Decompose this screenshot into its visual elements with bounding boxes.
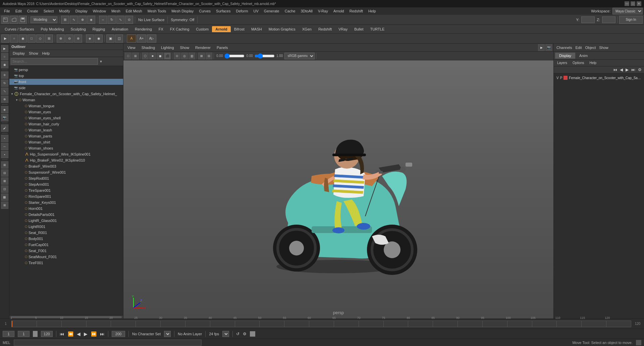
scale-tool[interactable]: ⤡ xyxy=(1,88,8,95)
tab-xgen[interactable]: XGen xyxy=(299,26,315,32)
timeline-track[interactable]: 1 5 10 15 20 25 30 35 40 xyxy=(11,321,631,327)
workspace-dropdown[interactable]: Maya Classic xyxy=(612,8,643,14)
rp-nav-next[interactable]: ▶ xyxy=(625,67,630,72)
transform-btn4[interactable]: ⊙ xyxy=(125,16,133,24)
vp-xray-btn[interactable]: ⊙ xyxy=(174,53,180,59)
tab-vray[interactable]: VRay xyxy=(335,26,351,32)
select-hierarchy[interactable]: ⊞ xyxy=(45,35,53,43)
universal-tool[interactable]: ⊕ xyxy=(1,96,8,103)
fps-dropdown[interactable]: ▼ xyxy=(222,331,229,337)
lasso-select[interactable]: ○ xyxy=(10,35,18,43)
outliner-menu-show[interactable]: Show xyxy=(27,51,40,56)
expand-arrow-woman[interactable]: ▼ xyxy=(15,99,18,102)
tab-animation[interactable]: Animation xyxy=(108,26,131,32)
color-space-dropdown[interactable]: sRGB gamma xyxy=(284,53,315,59)
tab-rigging[interactable]: Rigging xyxy=(89,26,108,32)
frame-start-input[interactable] xyxy=(3,331,14,337)
outliner-menu-help[interactable]: Help xyxy=(40,51,52,56)
tree-item-woman-tongue[interactable]: ⬡ Woman_tongue xyxy=(9,103,123,109)
vp-single-pane[interactable]: □ xyxy=(125,53,131,59)
play-first-button[interactable]: ⏮ xyxy=(60,331,64,337)
menu-select[interactable]: Select xyxy=(41,8,57,14)
quick-select[interactable]: □ xyxy=(28,35,36,43)
rp-subtab-options[interactable]: Options xyxy=(571,60,586,65)
play-back-button[interactable]: ◀ xyxy=(77,331,80,337)
status-icon[interactable] xyxy=(636,340,641,345)
outliner-search-input[interactable] xyxy=(11,58,98,65)
vp-resolution-btn[interactable]: ⊟ xyxy=(206,53,212,59)
maximize-button[interactable]: □ xyxy=(631,1,635,6)
playback-settings-button[interactable]: ⚙ xyxy=(243,332,247,336)
tree-item-brakef-wire[interactable]: ⬡ BrakeF_Wire003 xyxy=(9,163,123,169)
vp-wire-mode[interactable]: ⬡ xyxy=(142,53,149,59)
vertex-lt[interactable]: • xyxy=(1,135,8,142)
vp-ao-btn[interactable]: ◎ xyxy=(181,53,188,59)
vp-snapshot-btn[interactable]: 📷 xyxy=(545,44,552,51)
menu-help[interactable]: Help xyxy=(366,8,379,14)
rp-subtab-layers[interactable]: Layers xyxy=(555,60,569,65)
tree-item-starter-keys[interactable]: ⬡ Starter_Keys001 xyxy=(9,199,123,206)
tab-fx[interactable]: FX xyxy=(155,26,167,32)
tab-sculpting[interactable]: Sculpting xyxy=(67,26,89,32)
tab-bifrost[interactable]: Bifrost xyxy=(231,26,248,32)
vp-solid-mode[interactable]: ■ xyxy=(149,53,156,59)
tree-item-hip-susp[interactable]: Hip_SuspensionF_Wire_IKSpline001 xyxy=(9,151,123,157)
menu-mesh[interactable]: Mesh xyxy=(109,8,123,14)
loop-button[interactable]: ↺ xyxy=(236,332,239,336)
viewport-menu-show[interactable]: Show xyxy=(177,45,192,50)
snap-curve-button[interactable]: ∿ xyxy=(70,16,78,24)
rp-nav-prev[interactable]: ◀ xyxy=(619,67,624,72)
menu-edit-mesh[interactable]: Edit Mesh xyxy=(123,8,145,14)
tree-item-woman-hair[interactable]: ⬡ Woman_hair_curly xyxy=(9,121,123,127)
tab-fx-caching[interactable]: FX Caching xyxy=(167,26,193,32)
menu-curves[interactable]: Curves xyxy=(196,8,213,14)
tool-btn3[interactable]: ▣ xyxy=(106,35,114,43)
menu-arnold[interactable]: Arnold xyxy=(331,8,347,14)
rp-show[interactable]: Show xyxy=(599,46,608,50)
tree-item-female-char-group[interactable]: ▼ Female_Character_on_Scooter_with_Cap_S… xyxy=(9,91,123,97)
menu-modify[interactable]: Modify xyxy=(56,8,72,14)
lt-btn5[interactable]: ▦ xyxy=(1,193,8,201)
play-next-button[interactable]: ⏩ xyxy=(91,331,97,337)
tree-item-persp[interactable]: 📷 persp xyxy=(9,67,123,73)
viewport-menu-panels[interactable]: Panels xyxy=(214,45,231,50)
show-hide-lt[interactable]: ◈ xyxy=(1,106,8,113)
menu-edit[interactable]: Edit xyxy=(13,8,24,14)
menu-file[interactable]: File xyxy=(1,8,13,14)
menu-redshift[interactable]: Redshift xyxy=(347,8,366,14)
tab-turtle[interactable]: TURTLE xyxy=(367,26,388,32)
vp-multi-pane[interactable]: ⊞ xyxy=(132,53,139,59)
tree-item-woman-eyes[interactable]: ⬡ Woman_eyes xyxy=(9,109,123,115)
paint-select[interactable]: ◉ xyxy=(19,35,27,43)
rp-nav-first[interactable]: ⏮ xyxy=(612,67,618,72)
vp-render-btn[interactable]: ▶ xyxy=(538,44,545,51)
expand-arrow-female[interactable]: ▼ xyxy=(11,93,13,96)
close-button[interactable]: ✕ xyxy=(637,1,641,6)
y-input[interactable] xyxy=(581,16,595,23)
snap-grid-button[interactable]: ⊞ xyxy=(61,16,69,24)
paint-lt[interactable]: 🖌 xyxy=(1,124,8,132)
tab-motion-graphics[interactable]: Motion Graphics xyxy=(265,26,299,32)
tree-item-suspf-wire[interactable]: ⬡ SuspensionF_Wire001 xyxy=(9,169,123,175)
arnold-btn2[interactable]: A+ xyxy=(137,35,146,43)
tab-poly-modeling[interactable]: Poly Modeling xyxy=(37,26,67,32)
mesh-op2[interactable]: ⊖ xyxy=(65,35,73,43)
menu-vray[interactable]: V-Ray xyxy=(315,8,331,14)
menu-3dtoall[interactable]: 3DtoAll xyxy=(298,8,315,14)
tree-item-lightR[interactable]: ⬡ LightR001 xyxy=(9,224,123,230)
new-scene-button[interactable] xyxy=(1,16,9,24)
tree-item-rimspare[interactable]: ⬡ RimSpare001 xyxy=(9,193,123,199)
tree-item-hip-brake[interactable]: Hip_BrakeF_Wire02_IKSpline010 xyxy=(9,157,123,163)
edge-lt[interactable]: ─ xyxy=(1,143,8,150)
save-scene-button[interactable] xyxy=(19,16,27,24)
viewport-menu-renderer[interactable]: Renderer xyxy=(193,45,213,50)
menu-deform[interactable]: Deform xyxy=(233,8,251,14)
tree-item-tirespare[interactable]: ⬡ TireSpare001 xyxy=(9,187,123,193)
current-frame-indicator[interactable] xyxy=(12,321,12,327)
gamma-slider[interactable] xyxy=(255,54,275,58)
mode-dropdown[interactable]: Modeling xyxy=(31,16,57,23)
transform-btn3[interactable]: ⤡ xyxy=(116,16,124,24)
menu-mesh-tools[interactable]: Mesh Tools xyxy=(145,8,169,14)
tree-item-horn[interactable]: ⬡ Horn001 xyxy=(9,206,123,212)
viewport-canvas[interactable]: persp X Y Z xyxy=(123,60,553,319)
